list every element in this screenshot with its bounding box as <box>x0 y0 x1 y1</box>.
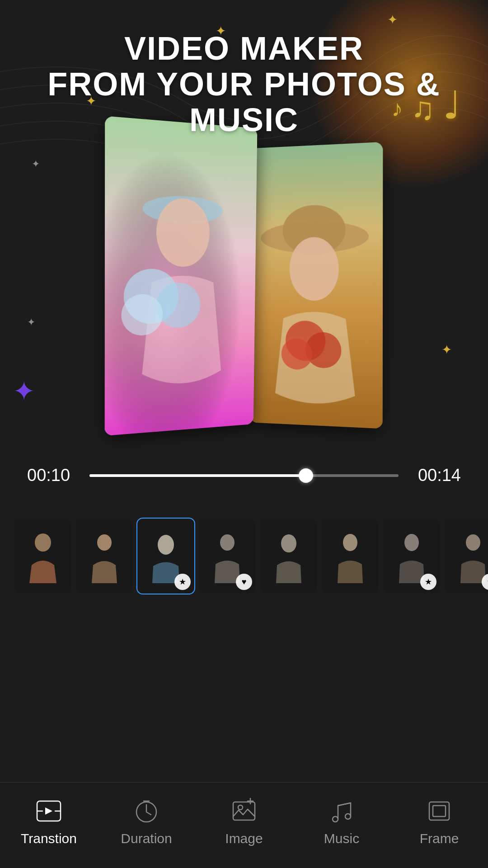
photo1-image <box>105 116 258 436</box>
progress-fill <box>89 474 306 477</box>
progress-thumb[interactable] <box>299 468 313 483</box>
nav-label-transition: Transtion <box>21 831 77 846</box>
duration-icon <box>131 796 162 826</box>
nav-label-frame: Frame <box>420 831 459 846</box>
nav-item-transition[interactable]: Transtion <box>0 796 98 846</box>
progress-area: 00:10 00:14 <box>0 466 488 485</box>
svg-point-30 <box>238 805 243 810</box>
thumb-icon-star-7: ★ <box>420 574 436 590</box>
frame-icon <box>424 796 455 826</box>
photo2-image <box>247 142 383 429</box>
svg-point-20 <box>343 534 357 551</box>
image-icon <box>229 796 259 826</box>
thumbnail-5[interactable] <box>259 518 318 594</box>
music-note-1: ♪ <box>392 97 403 120</box>
thumb-image-2 <box>76 519 133 594</box>
svg-point-18 <box>220 534 235 551</box>
nav-item-music[interactable]: Music <box>293 796 390 846</box>
nav-label-image: Image <box>225 831 263 846</box>
photo-card-left[interactable] <box>105 116 258 436</box>
svg-point-21 <box>404 534 419 551</box>
thumbnail-8[interactable]: ♥ <box>444 518 488 594</box>
thumbnail-7[interactable]: ★ <box>382 518 441 594</box>
total-time: 00:14 <box>411 466 461 485</box>
thumb-icon-star-3: ★ <box>174 574 191 590</box>
svg-rect-35 <box>433 806 446 816</box>
thumbnail-strip: ★ ♥ <box>0 511 488 601</box>
progress-track[interactable] <box>89 474 399 477</box>
svg-point-17 <box>158 535 174 555</box>
thumbnail-2[interactable] <box>75 518 134 594</box>
photos-area <box>0 108 488 448</box>
thumb-image-1 <box>14 519 71 594</box>
svg-line-33 <box>338 803 351 806</box>
nav-item-duration[interactable]: Duration <box>98 796 195 846</box>
svg-point-22 <box>466 534 480 551</box>
music-note-3: ♩ <box>443 86 461 124</box>
svg-point-32 <box>345 814 351 819</box>
thumbnail-6[interactable] <box>321 518 380 594</box>
thumbnail-3[interactable]: ★ <box>136 518 195 594</box>
svg-point-16 <box>97 534 112 551</box>
music-notes-decoration: ♪ ♫ ♩ <box>392 86 461 124</box>
music-icon <box>326 796 357 826</box>
nav-label-duration: Duration <box>121 831 172 846</box>
svg-point-15 <box>35 533 51 552</box>
thumb-image-5 <box>260 519 317 594</box>
nav-label-music: Music <box>324 831 359 846</box>
bottom-nav: Transtion Duration Image <box>0 782 488 868</box>
thumb-image-6 <box>322 519 379 594</box>
svg-rect-29 <box>233 802 255 820</box>
thumbnail-4[interactable]: ♥ <box>198 518 257 594</box>
photo-card-right[interactable] <box>247 142 383 429</box>
nav-item-frame[interactable]: Frame <box>390 796 488 846</box>
music-note-2: ♫ <box>411 93 435 124</box>
svg-point-31 <box>333 816 338 822</box>
transition-icon <box>33 796 64 826</box>
svg-point-19 <box>281 534 296 552</box>
current-time: 00:10 <box>27 466 77 485</box>
sparkle-1: ✦ <box>387 14 398 26</box>
title-line1: VIDEO MAKER <box>0 31 488 66</box>
thumbnail-1[interactable] <box>14 518 72 594</box>
svg-rect-34 <box>429 802 449 820</box>
thumb-icon-heart-4: ♥ <box>236 574 252 590</box>
nav-item-image[interactable]: Image <box>195 796 293 846</box>
